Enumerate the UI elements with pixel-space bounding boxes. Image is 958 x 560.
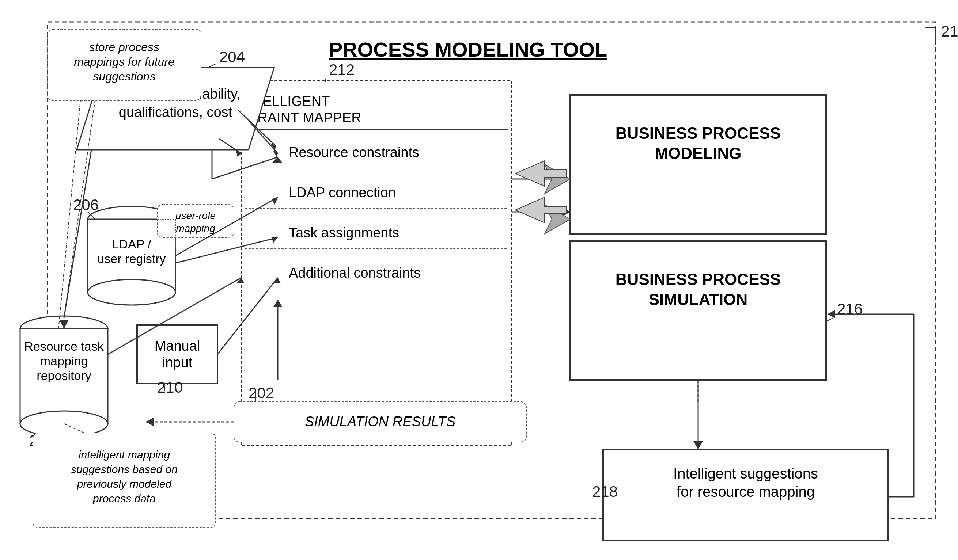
intelligent-suggestions-label2: for resource mapping <box>677 484 815 500</box>
store-process-label3: suggestions <box>93 70 156 83</box>
store-process-label2: mappings for future <box>74 55 175 68</box>
diagram: 214 PROCESS MODELING TOOL 212 INTELLIGEN… <box>0 0 958 560</box>
intelligent-mapping-label2: suggestions based on <box>71 463 178 475</box>
resource-task-label3: repository <box>36 369 91 383</box>
bps-label1: BUSINESS PROCESS <box>615 271 781 288</box>
resource-task-label2: mapping <box>40 354 88 368</box>
bpm-label2: MODELING <box>655 144 741 162</box>
ldap-label1: LDAP / <box>112 237 151 251</box>
intelligent-mapping-label3: previously modeled <box>77 478 172 490</box>
additional-constraints-label: Additional constraints <box>289 265 421 280</box>
manual-input-label2: input <box>162 355 193 370</box>
ref-212-label: 212 <box>329 61 355 78</box>
task-assignments-label: Task assignments <box>289 225 399 240</box>
manual-input-label1: Manual <box>155 338 200 354</box>
ref-214-label: 214 <box>941 23 958 40</box>
user-role-label1: user-role <box>176 210 216 221</box>
svg-rect-41 <box>137 325 217 384</box>
resource-constraints-label: Resource constraints <box>289 145 419 160</box>
ref-204-label: 204 <box>219 48 245 65</box>
ref-216-label: 216 <box>837 300 863 318</box>
ref-218-label: 218 <box>592 483 618 500</box>
resource-task-label1: Resource task <box>24 339 104 353</box>
resource-avail-label2: qualifications, cost <box>119 104 232 120</box>
bpm-label1: BUSINESS PROCESS <box>615 124 781 142</box>
ldap-connection-label: LDAP connection <box>289 185 396 200</box>
ref-202-label: 202 <box>249 384 274 402</box>
intelligent-suggestions-label1: Intelligent suggestions <box>673 465 818 481</box>
ref-206-label: 206 <box>73 196 99 214</box>
bps-label2: SIMULATION <box>649 290 748 308</box>
store-process-label1: store process <box>89 41 159 54</box>
ref-210-label: 210 <box>157 379 183 396</box>
svg-point-29 <box>88 280 176 305</box>
intelligent-mapping-label4: process data <box>92 492 156 505</box>
ldap-label2: user registry <box>97 252 166 266</box>
simulation-results-label: SIMULATION RESULTS <box>305 414 455 429</box>
intelligent-mapping-label1: intelligent mapping <box>79 449 170 460</box>
process-modeling-tool-title: PROCESS MODELING TOOL <box>329 38 607 61</box>
user-role-label2: mapping <box>176 223 215 234</box>
